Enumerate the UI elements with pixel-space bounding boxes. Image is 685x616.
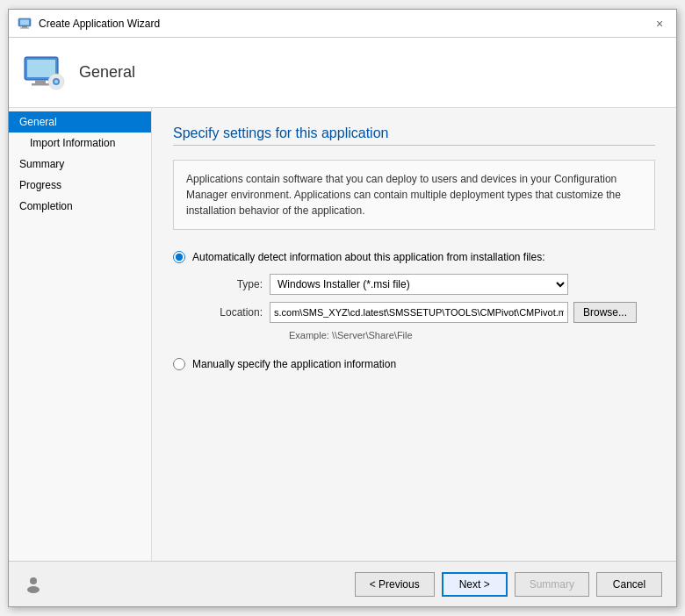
title-bar: Create Application Wizard × [9, 10, 676, 38]
example-text: Example: \\Server\Share\File [289, 330, 655, 340]
auto-detect-option: Automatically detect information about t… [173, 251, 655, 263]
auto-detect-label: Automatically detect information about t… [192, 251, 545, 263]
manual-option: Manually specify the application informa… [173, 358, 655, 370]
svg-rect-1 [20, 19, 29, 25]
sidebar-item-import-information[interactable]: Import Information [9, 133, 151, 154]
wizard-header: General [9, 38, 676, 108]
section-title: Specify settings for this application [173, 125, 655, 146]
manual-label: Manually specify the application informa… [192, 358, 396, 370]
svg-point-10 [54, 80, 58, 83]
cancel-button[interactable]: Cancel [596, 572, 662, 597]
next-button[interactable]: Next > [442, 572, 508, 597]
person-icon [24, 575, 43, 594]
svg-rect-6 [35, 80, 46, 83]
location-row: Location: Browse... [192, 302, 655, 323]
previous-button[interactable]: < Previous [355, 572, 435, 597]
footer-left [23, 574, 44, 595]
svg-rect-7 [32, 83, 49, 86]
svg-point-12 [27, 586, 40, 593]
manual-specify-radio[interactable] [173, 358, 185, 370]
header-icon [23, 52, 65, 94]
sidebar-item-summary[interactable]: Summary [9, 154, 151, 175]
svg-rect-5 [27, 60, 55, 77]
header-title: General [79, 63, 135, 82]
summary-button[interactable]: Summary [515, 572, 589, 597]
auto-detect-form: Type: Windows Installer (*.msi file) Win… [192, 274, 655, 340]
content-area: General Import Information Summary Progr… [9, 108, 676, 561]
type-select[interactable]: Windows Installer (*.msi file) Windows a… [270, 274, 568, 295]
description-box: Applications contain software that you c… [173, 160, 655, 230]
svg-rect-2 [22, 26, 27, 28]
window-icon [18, 17, 32, 31]
type-label: Type: [192, 278, 263, 290]
main-panel: Specify settings for this application Ap… [152, 108, 676, 561]
create-application-wizard-dialog: Create Application Wizard × General Gene… [8, 9, 677, 607]
location-label: Location: [192, 306, 263, 319]
type-row: Type: Windows Installer (*.msi file) Win… [192, 274, 655, 295]
location-input[interactable] [270, 302, 568, 323]
browse-button[interactable]: Browse... [573, 302, 637, 323]
svg-rect-3 [20, 27, 29, 28]
auto-detect-radio[interactable] [173, 251, 185, 263]
window-title: Create Application Wizard [39, 18, 160, 30]
sidebar-item-completion[interactable]: Completion [9, 196, 151, 217]
sidebar: General Import Information Summary Progr… [9, 108, 152, 561]
close-button[interactable]: × [652, 16, 667, 32]
footer: < Previous Next > Summary Cancel [9, 561, 676, 606]
sidebar-item-progress[interactable]: Progress [9, 175, 151, 196]
help-icon [23, 574, 44, 595]
footer-buttons: < Previous Next > Summary Cancel [355, 572, 662, 597]
radio-section: Automatically detect information about t… [173, 251, 655, 370]
sidebar-item-general[interactable]: General [9, 111, 151, 133]
svg-point-11 [30, 577, 37, 584]
type-input-group: Windows Installer (*.msi file) Windows a… [270, 274, 568, 295]
location-input-group: Browse... [270, 302, 637, 323]
title-bar-left: Create Application Wizard [18, 17, 160, 31]
